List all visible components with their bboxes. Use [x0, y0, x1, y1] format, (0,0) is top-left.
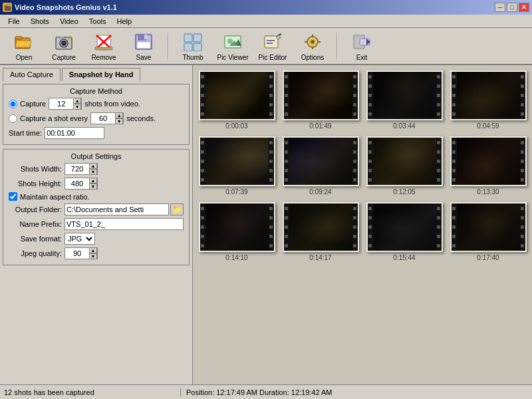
name-prefix-input[interactable]	[65, 218, 184, 230]
jpeg-quality-label: Jpeg quality:	[9, 249, 62, 257]
thumbnail-item-8[interactable]: 0:13:30	[450, 136, 527, 196]
output-folder-input[interactable]	[65, 203, 169, 215]
thumbnail-item-1[interactable]: 0:00:03	[198, 70, 275, 130]
capture-shots-up[interactable]: ▲	[73, 98, 81, 104]
thumb-button[interactable]: Thumb	[174, 30, 211, 62]
shots-width-down[interactable]: ▼	[89, 169, 97, 175]
capture-every-label: Capture a shot every	[20, 114, 88, 122]
capture-every-spinner[interactable]: ▲ ▼	[90, 112, 124, 124]
shots-height-input[interactable]	[65, 178, 89, 189]
thumb-frame-9	[199, 202, 275, 252]
thumb-timestamp-12: 0:17:40	[477, 254, 499, 261]
thumbnail-item-3[interactable]: 0:03:44	[366, 70, 443, 130]
svg-marker-2	[15, 41, 31, 47]
shots-width-label: Shots Width:	[9, 165, 62, 173]
jpeg-quality-up[interactable]: ▲	[89, 247, 97, 253]
capture-every-up[interactable]: ▲	[115, 112, 123, 118]
tab-auto-capture[interactable]: Auto Capture	[3, 68, 61, 81]
capture-label: Capture	[20, 100, 46, 108]
thumbnail-item-9[interactable]: 0:14:10	[198, 202, 275, 261]
svg-point-5	[61, 41, 66, 46]
thumb-frame-3	[366, 70, 443, 120]
exit-label: Exit	[356, 54, 368, 61]
thumb-timestamp-1: 0:00:03	[225, 122, 247, 130]
thumb-timestamp-5: 0:07:39	[225, 188, 247, 196]
tab-snapshot-by-hand[interactable]: Snapshot by Hand	[62, 68, 141, 81]
thumbnail-item-4[interactable]: 0:04:59	[450, 70, 527, 130]
svg-point-21	[227, 39, 233, 44]
film-strip-right-9	[269, 203, 274, 251]
jpeg-quality-down[interactable]: ▼	[89, 253, 97, 259]
thumb-timestamp-11: 0:15:44	[393, 254, 415, 261]
app-title: Video Snapshots Genius v1.1	[15, 3, 117, 11]
thumb-timestamp-10: 0:14:17	[309, 254, 331, 261]
open-button[interactable]: Open	[5, 30, 43, 62]
capture-every-down[interactable]: ▼	[115, 118, 123, 124]
save-icon	[133, 31, 154, 53]
thumbnail-item-7[interactable]: 0:12:05	[366, 136, 443, 196]
svg-rect-33	[305, 41, 307, 43]
capture-every-radio[interactable]	[9, 114, 17, 123]
thumbnail-item-12[interactable]: 0:17:40	[450, 202, 527, 261]
capture-every-input[interactable]	[91, 113, 115, 124]
output-folder-field: 📁	[65, 203, 184, 215]
output-folder-row: Output Folder: 📁	[9, 203, 184, 215]
pic-editor-button[interactable]: Pic Editor	[254, 30, 291, 62]
thumb-video-2	[289, 72, 352, 119]
exit-button[interactable]: Exit	[343, 30, 380, 62]
left-panel: Auto Capture Snapshot by Hand Capture Me…	[0, 65, 193, 384]
save-button[interactable]: Save	[125, 30, 162, 62]
svg-rect-31	[312, 35, 313, 37]
menu-video[interactable]: Video	[55, 16, 84, 27]
shots-height-down[interactable]: ▼	[89, 184, 97, 190]
capture-shots-spinner[interactable]: ▲ ▼	[49, 98, 82, 110]
close-button[interactable]: ✕	[519, 3, 529, 12]
name-prefix-label: Name Prefix:	[9, 220, 62, 228]
svg-rect-15	[137, 42, 150, 49]
options-button[interactable]: Options	[294, 30, 331, 62]
thumbnail-item-10[interactable]: 0:14:17	[282, 202, 359, 261]
shots-width-spinner[interactable]: ▲ ▼	[65, 163, 98, 175]
start-time-input[interactable]	[45, 127, 104, 139]
menu-shots[interactable]: Shots	[25, 16, 55, 27]
menu-file[interactable]: File	[3, 16, 25, 27]
film-strip-left-12	[452, 203, 457, 251]
capture-button[interactable]: Capture	[45, 30, 82, 62]
shots-height-up[interactable]: ▲	[89, 178, 97, 184]
maximize-button[interactable]: □	[507, 3, 517, 12]
capture-shots-down[interactable]: ▼	[73, 104, 81, 110]
menu-help[interactable]: Help	[112, 16, 138, 27]
film-strip-left-8	[452, 138, 457, 185]
thumb-frame-4	[450, 70, 527, 120]
main-content: Auto Capture Snapshot by Hand Capture Me…	[0, 65, 532, 384]
menu-tools[interactable]: Tools	[84, 16, 112, 27]
shots-height-spinner[interactable]: ▲ ▼	[65, 178, 98, 190]
output-folder-browse-button[interactable]: 📁	[170, 203, 184, 215]
aspect-ratio-checkbox[interactable]	[9, 192, 17, 201]
minimize-button[interactable]: ─	[495, 3, 505, 12]
aspect-ratio-label: Maintain aspect ratio.	[20, 193, 90, 201]
thumbnail-item-5[interactable]: 0:07:39	[198, 136, 275, 196]
name-prefix-row: Name Prefix:	[9, 218, 184, 230]
jpeg-quality-spinner[interactable]: ▲ ▼	[65, 247, 98, 259]
capture-shots-input[interactable]	[49, 98, 73, 109]
thumb-timestamp-2: 0:01:49	[309, 122, 331, 130]
pic-viewer-button[interactable]: Pic Viewer	[214, 30, 251, 62]
thumb-video-6	[289, 138, 352, 185]
svg-rect-14	[144, 35, 147, 39]
jpeg-quality-input[interactable]	[65, 248, 89, 259]
remove-button[interactable]: Remove	[85, 30, 122, 62]
film-strip-right-10	[352, 203, 358, 251]
thumb-frame-8	[450, 136, 527, 186]
film-strip-right-1	[269, 72, 274, 119]
shots-width-up[interactable]: ▲	[89, 163, 97, 169]
thumbnail-item-6[interactable]: 0:09:24	[282, 136, 359, 196]
save-format-select[interactable]: JPG PNG BMP	[65, 233, 95, 245]
shots-width-input[interactable]	[65, 164, 89, 174]
thumbnail-item-11[interactable]: 0:15:44	[366, 202, 443, 261]
start-time-row: Start time:	[9, 127, 184, 139]
options-label: Options	[301, 54, 324, 61]
capture-shots-radio[interactable]	[9, 100, 17, 108]
film-strip-left-1	[200, 72, 205, 119]
thumbnail-item-2[interactable]: 0:01:49	[282, 70, 359, 130]
